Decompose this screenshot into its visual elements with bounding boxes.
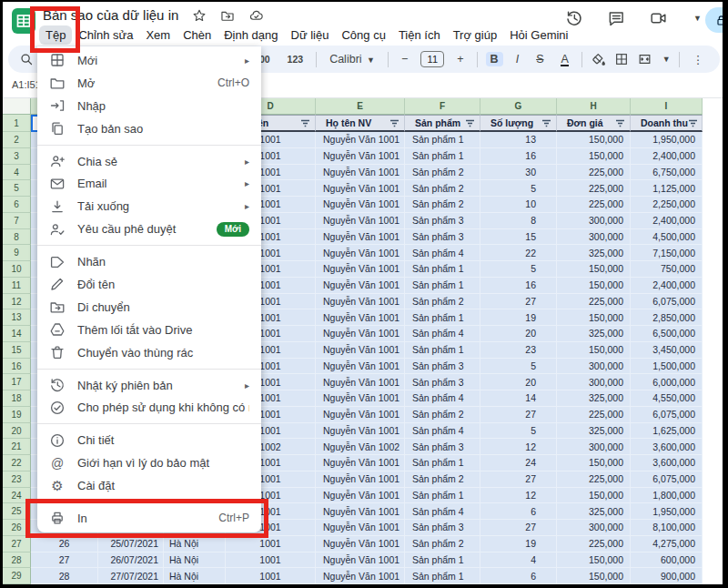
- row-header-13[interactable]: 13: [3, 309, 31, 326]
- sheet-cell[interactable]: Sản phẩm 4: [405, 245, 480, 261]
- row-header-8[interactable]: 8: [3, 229, 31, 246]
- sheet-cell[interactable]: Hà Nội: [164, 568, 226, 584]
- filter-icon[interactable]: [300, 119, 310, 127]
- sheet-cell[interactable]: 300,000: [557, 229, 631, 246]
- borders-icon[interactable]: [614, 52, 629, 66]
- sheet-cell[interactable]: 750,000: [631, 261, 703, 278]
- sheet-cell[interactable]: 6: [480, 568, 557, 584]
- sheet-cell[interactable]: 600,000: [631, 553, 703, 569]
- sheet-cell[interactable]: Nguyễn Văn 1002: [316, 439, 405, 455]
- header-cell-i[interactable]: Doanh thu: [631, 115, 703, 132]
- sheet-cell[interactable]: Hà Nội: [164, 553, 226, 569]
- filter-icon[interactable]: [688, 119, 698, 127]
- filter-icon[interactable]: [541, 119, 551, 127]
- sheet-cell[interactable]: Nguyễn Văn 1001: [316, 503, 405, 520]
- column-header-E[interactable]: E: [316, 98, 405, 115]
- sheet-cell[interactable]: 6,075,000: [631, 407, 703, 423]
- file-menu-item[interactable]: Di chuyển: [37, 296, 261, 319]
- star-icon[interactable]: [192, 8, 207, 23]
- sheet-cell[interactable]: 1,800,000: [631, 488, 703, 504]
- sheet-cell[interactable]: Sản phẩm 3: [405, 374, 480, 390]
- sheet-cell[interactable]: Nguyễn Văn 1001: [316, 261, 405, 278]
- sheet-cell[interactable]: 150,000: [557, 132, 631, 148]
- filter-icon[interactable]: [389, 119, 399, 127]
- sheet-cell[interactable]: Sản phẩm 3: [405, 359, 480, 375]
- row-header-16[interactable]: 16: [3, 359, 31, 375]
- file-menu-item[interactable]: Email▸: [37, 172, 261, 195]
- font-name-select[interactable]: Calibri ▼: [325, 52, 379, 66]
- sheet-cell[interactable]: Sản phẩm 4: [405, 326, 480, 342]
- sheet-cell[interactable]: 150,000: [557, 568, 631, 584]
- menubar-item-4[interactable]: Định dạng: [217, 25, 284, 45]
- file-menu-item[interactable]: Tải xuống▸: [37, 195, 261, 218]
- sheet-cell[interactable]: 1,125,000: [631, 180, 703, 197]
- column-header-I[interactable]: I: [631, 98, 703, 115]
- bold-button[interactable]: B: [486, 52, 503, 66]
- sheet-cell[interactable]: Sản phẩm 2: [405, 180, 480, 197]
- sheet-cell[interactable]: Sản phẩm 2: [405, 197, 480, 213]
- file-menu-item[interactable]: Cho phép sử dụng khi không có mạng: [37, 396, 261, 419]
- sheet-cell[interactable]: 150,000: [557, 342, 631, 359]
- more-options-button[interactable]: ⋮: [688, 52, 709, 67]
- sheet-cell[interactable]: 150,000: [557, 261, 631, 278]
- sheet-cell[interactable]: Nguyễn Văn 1001: [316, 180, 405, 197]
- share-button[interactable]: C: [705, 7, 723, 33]
- sheet-cell[interactable]: 150,000: [557, 278, 631, 294]
- sheet-cell[interactable]: 5: [480, 261, 557, 278]
- row-header-21[interactable]: 21: [3, 439, 31, 455]
- sheet-cell[interactable]: Nguyễn Văn 1001: [316, 197, 405, 213]
- row-header-12[interactable]: 12: [3, 294, 31, 310]
- sheet-cell[interactable]: 1001: [226, 553, 316, 569]
- merge-cells-caret-icon[interactable]: ▼: [662, 55, 671, 64]
- sheet-cell[interactable]: 25/07/2021: [98, 536, 164, 553]
- sheet-cell[interactable]: 5: [480, 180, 557, 197]
- sheet-cell[interactable]: 2,850,000: [631, 309, 703, 326]
- sheet-cell[interactable]: 28: [31, 568, 98, 584]
- sheet-cell[interactable]: Sản phẩm 1: [405, 488, 480, 504]
- header-cell-h[interactable]: Đơn giá: [557, 115, 631, 132]
- header-cell-g[interactable]: Số lượng: [480, 115, 557, 132]
- sheet-cell[interactable]: 300,000: [557, 359, 631, 375]
- file-menu-item[interactable]: Yêu cầu phê duyệtMới: [37, 218, 261, 240]
- row-header-14[interactable]: 14: [3, 326, 31, 342]
- sheet-cell[interactable]: 3,600,000: [631, 455, 703, 471]
- row-header-20[interactable]: 20: [3, 423, 31, 440]
- strikethrough-button[interactable]: S: [531, 52, 548, 66]
- sheet-cell[interactable]: Nguyễn Văn 1001: [316, 278, 405, 294]
- sheet-cell[interactable]: Nguyễn Văn 1001: [316, 359, 405, 375]
- menubar-item-6[interactable]: Công cụ: [335, 25, 391, 45]
- sheet-cell[interactable]: 150,000: [557, 148, 631, 165]
- sheet-cell[interactable]: Sản phẩm 2: [405, 471, 480, 488]
- sheet-cell[interactable]: 20: [480, 326, 557, 342]
- decrease-font-size-button[interactable]: −: [397, 52, 412, 66]
- sheet-cell[interactable]: 22: [480, 245, 557, 261]
- file-menu-item[interactable]: Chi tiết: [37, 429, 261, 451]
- sheet-cell[interactable]: Nguyễn Văn 1001: [316, 326, 405, 342]
- sheet-cell[interactable]: Nguyễn Văn 1001: [316, 165, 405, 181]
- sheet-cell[interactable]: 1,950,000: [631, 132, 703, 148]
- row-header-27[interactable]: 27: [3, 536, 31, 553]
- row-header-1[interactable]: 1: [3, 115, 31, 132]
- header-cell-f[interactable]: Sản phẩm: [405, 115, 480, 132]
- sheet-cell[interactable]: Nguyễn Văn 1001: [316, 568, 405, 584]
- row-header-4[interactable]: 4: [3, 165, 31, 181]
- row-header-23[interactable]: 23: [3, 471, 31, 488]
- sheet-cell[interactable]: 6,500,000: [631, 326, 703, 342]
- sheet-cell[interactable]: Nguyễn Văn 1001: [316, 245, 405, 261]
- file-menu-item[interactable]: MởCtrl+O: [37, 72, 261, 95]
- sheet-cell[interactable]: 13: [480, 132, 557, 148]
- sheet-cell[interactable]: Nguyễn Văn 1001: [316, 488, 405, 504]
- sheet-cell[interactable]: 19: [480, 536, 557, 553]
- sheet-cell[interactable]: 19: [480, 309, 557, 326]
- sheet-cell[interactable]: Hà Nội: [164, 536, 226, 553]
- sheet-cell[interactable]: Sản phẩm 4: [405, 423, 480, 440]
- increase-font-size-button[interactable]: +: [452, 52, 468, 66]
- sheet-cell[interactable]: 325,000: [557, 326, 631, 342]
- sheet-cell[interactable]: 26: [31, 536, 98, 553]
- sheet-cell[interactable]: Sản phẩm 2: [405, 165, 480, 181]
- row-header-9[interactable]: 9: [3, 245, 31, 261]
- sheet-cell[interactable]: Sản phẩm 3: [405, 213, 480, 229]
- sheet-cell[interactable]: Sản phẩm 1: [405, 342, 480, 359]
- sheet-cell[interactable]: 14: [480, 390, 557, 407]
- sheet-cell[interactable]: Nguyễn Văn 1001: [316, 342, 405, 359]
